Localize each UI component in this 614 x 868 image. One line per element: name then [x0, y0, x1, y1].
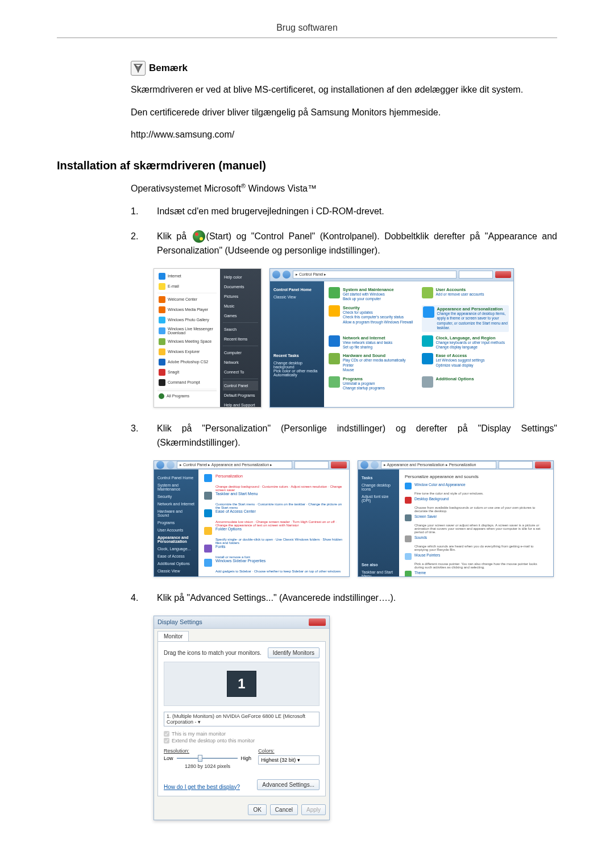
- step-1: 1. Indsæt cd'en med brugervejledningen i…: [131, 204, 557, 219]
- note-p1: Skærmdriveren er ved at blive MS-certifi…: [131, 82, 557, 97]
- step-3: 3. Klik på "Personalization" (Personlige…: [131, 421, 557, 450]
- extend-desktop-checkbox: Extend the desktop onto this monitor: [164, 738, 320, 744]
- screenshot-display-settings: Display Settings Monitor Drag the icons …: [154, 616, 557, 820]
- advanced-settings-button[interactable]: Advanced Settings...: [257, 779, 320, 790]
- appearance-screenshot: ▸ Control Panel ▸ Appearance and Persona…: [154, 460, 350, 577]
- resolution-label: Resolution:: [164, 748, 251, 754]
- resolution-slider[interactable]: Low High: [164, 755, 251, 761]
- monitor-preview[interactable]: 1: [164, 662, 320, 706]
- tab-monitor[interactable]: Monitor: [157, 631, 189, 641]
- close-icon: [331, 462, 347, 468]
- start-menu-screenshot: Internet E-mail Welcome Center Windows M…: [154, 268, 262, 408]
- note-url: http://www.samsung.com/: [131, 127, 557, 142]
- help-link[interactable]: How do I get the best display?: [164, 784, 240, 790]
- section-heading: Installation af skærmdriveren (manuel): [57, 159, 557, 172]
- ok-button[interactable]: OK: [248, 804, 266, 815]
- screenshot-start-controlpanel: Internet E-mail Welcome Center Windows M…: [154, 268, 557, 408]
- note-icon: [131, 61, 146, 76]
- control-panel-screenshot: ▸ Control Panel ▸ Control Panel Home Cla…: [269, 268, 514, 408]
- monitor-1-icon[interactable]: 1: [227, 671, 256, 697]
- note-label: Bemærk: [149, 63, 188, 74]
- os-line: Operativsystemet Microsoft® Windows Vist…: [131, 182, 557, 194]
- close-icon[interactable]: [309, 618, 326, 626]
- main-monitor-checkbox: This is my main monitor: [164, 731, 320, 737]
- note-block: Bemærk Skærmdriveren er ved at blive MS-…: [131, 61, 557, 142]
- close-icon: [535, 462, 551, 468]
- note-p2: Den certificerede driver bliver tilgænge…: [131, 105, 557, 120]
- display-settings-dialog: Display Settings Monitor Drag the icons …: [154, 616, 330, 820]
- drag-instruction: Drag the icons to match your monitors.: [164, 650, 262, 656]
- close-icon: [495, 271, 511, 278]
- step-2: 2. Klik på (Start) og "Control Panel" (K…: [131, 229, 557, 258]
- cancel-button[interactable]: Cancel: [270, 804, 298, 815]
- dialog-title: Display Settings: [157, 618, 202, 625]
- colors-label: Colors:: [258, 748, 320, 754]
- apply-button[interactable]: Apply: [301, 804, 326, 815]
- start-orb-icon: [193, 230, 205, 243]
- screenshot-appearance-personalization: ▸ Control Panel ▸ Appearance and Persona…: [154, 460, 557, 577]
- monitor-select[interactable]: 1. (Multiple Monitors) on NVIDIA GeForce…: [164, 712, 320, 726]
- page-header: Brug softwaren: [57, 23, 557, 38]
- colors-select[interactable]: Highest (32 bit) ▾: [258, 755, 320, 765]
- step-4: 4. Klik på "Advanced Settings..." (Avanc…: [131, 591, 557, 605]
- identify-monitors-button[interactable]: Identify Monitors: [268, 647, 320, 658]
- resolution-value: 1280 by 1024 pixels: [164, 763, 251, 769]
- personalization-screenshot: ▸ Appearance and Personalization ▸ Perso…: [358, 460, 554, 577]
